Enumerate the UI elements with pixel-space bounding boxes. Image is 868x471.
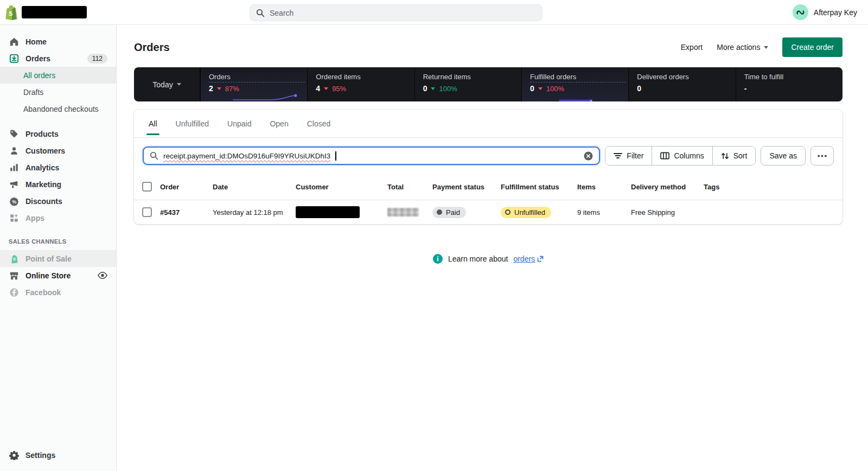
external-link-icon — [537, 256, 544, 262]
column-header-total[interactable]: Total — [387, 174, 432, 200]
column-header-date[interactable]: Date — [213, 174, 296, 200]
order-items-count: 9 items — [577, 200, 631, 225]
svg-text:%: % — [12, 199, 16, 204]
store-name-redacted — [22, 6, 87, 18]
fulfilled-sparkline — [522, 93, 628, 101]
order-number[interactable]: #5437 — [160, 200, 213, 225]
svg-text:S: S — [9, 10, 12, 17]
account-menu[interactable]: Afterpay Key — [793, 4, 857, 20]
order-delivery-method: Free Shipping — [631, 200, 704, 225]
tab-unfulfilled[interactable]: Unfulfilled — [167, 110, 218, 137]
row-checkbox[interactable] — [142, 207, 152, 217]
apps-icon — [9, 213, 20, 223]
orders-help-link[interactable]: orders — [513, 254, 544, 263]
global-search-placeholder: Search — [270, 9, 293, 17]
sidebar-item-products[interactable]: Products — [0, 125, 116, 142]
orders-icon — [9, 54, 20, 63]
more-actions-button[interactable]: More actions — [717, 43, 768, 52]
facebook-icon — [9, 288, 20, 297]
sidebar-item-online-store[interactable]: Online Store — [0, 267, 116, 284]
create-order-button[interactable]: Create order — [782, 37, 843, 57]
metric-ordered-items[interactable]: Ordered items 495% — [308, 67, 414, 101]
column-header-items[interactable]: Items — [577, 174, 631, 200]
filter-button[interactable]: Filter — [605, 147, 652, 165]
sidebar-item-point-of-sale[interactable]: S Point of Sale — [0, 250, 116, 267]
tab-closed[interactable]: Closed — [298, 110, 340, 137]
select-all-checkbox[interactable] — [142, 182, 152, 192]
order-tabs: All Unfulfilled Unpaid Open Closed — [134, 110, 843, 138]
sidebar-item-analytics[interactable]: Analytics — [0, 159, 116, 176]
sidebar-item-discounts[interactable]: % Discounts — [0, 193, 116, 209]
tag-icon — [9, 129, 20, 139]
sidebar-item-apps[interactable]: Apps — [0, 209, 116, 226]
column-header-payment-status[interactable]: Payment status — [432, 174, 501, 200]
export-button[interactable]: Export — [681, 43, 703, 52]
column-header-tags[interactable]: Tags — [704, 174, 843, 200]
sidebar-item-label: Orders — [25, 54, 50, 63]
sidebar-item-label: Home — [25, 37, 47, 46]
filter-icon — [614, 152, 622, 160]
clear-search-button[interactable] — [584, 151, 593, 161]
column-header-order[interactable]: Order — [160, 174, 213, 200]
sidebar-item-settings[interactable]: Settings — [0, 446, 116, 464]
column-header-customer[interactable]: Customer — [296, 174, 387, 200]
chevron-down-icon — [764, 46, 768, 49]
order-tags — [704, 200, 843, 225]
info-icon: i — [433, 254, 443, 264]
tab-unpaid[interactable]: Unpaid — [218, 110, 260, 137]
order-row[interactable]: #5437 Yesterday at 12:18 pm Paid Unfulfi… — [134, 200, 843, 225]
customer-name-redacted — [296, 206, 360, 218]
column-header-delivery-method[interactable]: Delivery method — [631, 174, 704, 200]
shopify-logo[interactable]: S — [4, 5, 87, 20]
table-tools-group: Filter Columns Sort — [605, 146, 756, 166]
metric-delivered-orders[interactable]: Delivered orders 0 — [629, 67, 736, 101]
trend-down-icon — [217, 87, 221, 90]
home-icon — [9, 37, 20, 47]
trend-down-icon — [324, 87, 328, 90]
learn-more-text: Learn more about — [448, 254, 508, 263]
sidebar-item-facebook[interactable]: Facebook — [0, 284, 116, 301]
sort-arrows-icon — [721, 152, 729, 160]
table-header-row: Order Date Customer Total Payment status… — [134, 174, 843, 200]
tab-open[interactable]: Open — [260, 110, 297, 137]
order-total-blurred — [387, 208, 419, 217]
sort-button[interactable]: Sort — [713, 147, 756, 165]
date-range-dropdown[interactable]: Today — [134, 67, 201, 101]
close-icon — [584, 151, 593, 161]
global-search-input[interactable]: Search — [250, 4, 542, 21]
orders-sparkline — [201, 93, 307, 101]
shopify-admin-orders-page: S Search Afterpay Key Home Orders 112 — [0, 0, 868, 471]
metric-returned-items[interactable]: Returned items 0100% — [415, 67, 522, 101]
sidebar-item-marketing[interactable]: Marketing — [0, 176, 116, 193]
search-icon — [150, 151, 158, 160]
columns-button[interactable]: Columns — [652, 147, 712, 165]
view-online-store-eye-icon[interactable] — [98, 272, 107, 279]
page-title: Orders — [134, 41, 170, 54]
sales-channels-heading: SALES CHANNELS — [0, 238, 116, 245]
column-header-fulfillment-status[interactable]: Fulfillment status — [501, 174, 577, 200]
text-cursor — [335, 151, 336, 161]
metric-time-to-fulfill[interactable]: Time to fulfill - — [736, 67, 843, 101]
orders-count-badge: 112 — [87, 54, 107, 63]
more-options-button[interactable] — [810, 146, 834, 166]
save-as-button[interactable]: Save as — [761, 146, 806, 166]
sidebar-item-drafts[interactable]: Drafts — [0, 84, 116, 100]
tab-all[interactable]: All — [139, 110, 167, 137]
sidebar-item-all-orders[interactable]: All orders — [0, 67, 116, 84]
sidebar: Home Orders 112 All orders Drafts Abando… — [0, 25, 117, 471]
sidebar-item-customers[interactable]: Customers — [0, 142, 116, 159]
sidebar-item-home[interactable]: Home — [0, 33, 116, 50]
main-content: Orders Export More actions Create order … — [117, 25, 868, 471]
chevron-down-icon — [177, 83, 181, 86]
sidebar-item-abandoned-checkouts[interactable]: Abandoned checkouts — [0, 100, 116, 117]
order-filter-search-input[interactable]: receipt.payment_id:DMOsD916uF9I9YRUsiUKD… — [143, 147, 600, 165]
learn-more-footer: i Learn more about orders — [134, 254, 843, 264]
metric-fulfilled-orders[interactable]: Fulfilled orders 0100% — [522, 67, 629, 101]
sidebar-item-orders[interactable]: Orders 112 — [0, 50, 116, 67]
account-name: Afterpay Key — [814, 8, 857, 17]
order-date: Yesterday at 12:18 pm — [213, 200, 296, 225]
metric-orders[interactable]: Orders 287% — [201, 67, 308, 101]
analytics-icon — [9, 163, 20, 173]
orders-card: All Unfulfilled Unpaid Open Closed recei… — [134, 110, 843, 224]
filter-query-text: receipt.payment_id:DMOsD916uF9I9YRUsiUKD… — [163, 152, 330, 160]
